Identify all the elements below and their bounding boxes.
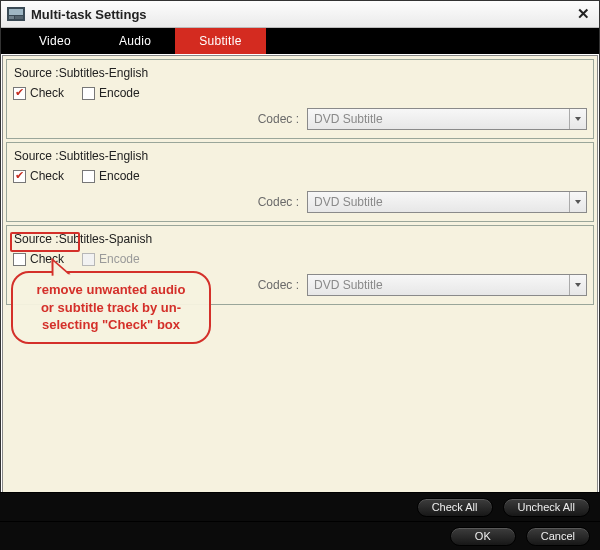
annotation-line: remove unwanted audio <box>37 282 186 297</box>
codec-value: DVD Subtitle <box>314 278 383 292</box>
check-all-button[interactable]: Check All <box>417 498 493 517</box>
title-bar: Multi-task Settings ✕ <box>1 1 599 28</box>
check-option: Check <box>13 86 64 100</box>
encode-label: Encode <box>99 169 140 183</box>
highlight-box <box>10 232 80 252</box>
svg-rect-3 <box>15 16 23 19</box>
check-row: Check Encode <box>13 86 587 100</box>
track-group: Source :Subtitles-English Check Encode C… <box>6 142 594 222</box>
encode-label: Encode <box>99 86 140 100</box>
encode-label: Encode <box>99 252 140 266</box>
codec-select[interactable]: DVD Subtitle <box>307 274 587 296</box>
annotation-callout: remove unwanted audio or subtitle track … <box>11 271 211 344</box>
check-checkbox[interactable] <box>13 170 26 183</box>
check-label: Check <box>30 169 64 183</box>
uncheck-all-button[interactable]: Uncheck All <box>503 498 590 517</box>
tab-bar: Video Audio Subtitle <box>1 28 599 54</box>
chevron-down-icon <box>569 109 585 129</box>
encode-checkbox <box>82 253 95 266</box>
chevron-down-icon <box>569 192 585 212</box>
encode-option: Encode <box>82 169 140 183</box>
check-row: Check Encode <box>13 252 587 266</box>
check-checkbox[interactable] <box>13 253 26 266</box>
svg-rect-1 <box>9 9 23 15</box>
dialog-action-bar: OK Cancel <box>0 521 600 550</box>
close-icon[interactable]: ✕ <box>573 4 593 24</box>
check-checkbox[interactable] <box>13 87 26 100</box>
tab-audio[interactable]: Audio <box>95 28 175 54</box>
window-title: Multi-task Settings <box>31 7 147 22</box>
source-label: Source :Subtitles-English <box>14 66 587 80</box>
bottom-bars: Check All Uncheck All OK Cancel <box>0 492 600 550</box>
cancel-button[interactable]: Cancel <box>526 527 590 546</box>
settings-dialog: Multi-task Settings ✕ Video Audio Subtit… <box>0 0 600 548</box>
ok-button[interactable]: OK <box>450 527 516 546</box>
encode-checkbox[interactable] <box>82 170 95 183</box>
bulk-action-bar: Check All Uncheck All <box>0 492 600 521</box>
svg-rect-2 <box>9 16 14 19</box>
annotation-line: selecting "Check" box <box>42 317 180 332</box>
encode-option: Encode <box>82 86 140 100</box>
codec-value: DVD Subtitle <box>314 112 383 126</box>
annotation-line: or subtitle track by un- <box>41 300 181 315</box>
content-pane: Source :Subtitles-English Check Encode C… <box>2 55 598 546</box>
codec-select[interactable]: DVD Subtitle <box>307 191 587 213</box>
source-label: Source :Subtitles-English <box>14 149 587 163</box>
chevron-down-icon <box>569 275 585 295</box>
tab-subtitle[interactable]: Subtitle <box>175 28 265 54</box>
check-option: Check <box>13 169 64 183</box>
check-label: Check <box>30 86 64 100</box>
codec-label: Codec : <box>258 278 299 292</box>
app-icon <box>7 7 25 21</box>
codec-row: Codec : DVD Subtitle <box>13 191 587 213</box>
check-row: Check Encode <box>13 169 587 183</box>
codec-row: Codec : DVD Subtitle <box>13 108 587 130</box>
track-group: Source :Subtitles-English Check Encode C… <box>6 59 594 139</box>
encode-option: Encode <box>82 252 140 266</box>
encode-checkbox[interactable] <box>82 87 95 100</box>
codec-select[interactable]: DVD Subtitle <box>307 108 587 130</box>
tab-video[interactable]: Video <box>15 28 95 54</box>
codec-label: Codec : <box>258 112 299 126</box>
codec-label: Codec : <box>258 195 299 209</box>
source-label: Source :Subtitles-Spanish <box>14 232 587 246</box>
codec-value: DVD Subtitle <box>314 195 383 209</box>
